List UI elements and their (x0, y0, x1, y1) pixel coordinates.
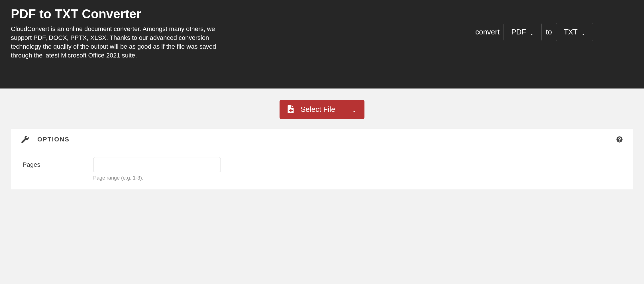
pages-input[interactable] (93, 157, 221, 172)
help-icon[interactable] (616, 136, 623, 143)
from-format-value: PDF (511, 28, 526, 36)
page-title: PDF to TXT Converter (11, 7, 227, 21)
chevron-down-icon (529, 30, 534, 34)
to-label: to (546, 28, 552, 36)
to-format-dropdown[interactable]: TXT (556, 23, 593, 41)
pages-label: Pages (23, 157, 93, 168)
pages-help-text: Page range (e.g. 1-3). (93, 175, 221, 181)
select-file-button[interactable]: Select File (280, 100, 364, 119)
chevron-down-icon (581, 30, 586, 34)
file-plus-icon (288, 105, 294, 113)
wrench-icon (21, 136, 29, 143)
option-row-pages: Pages Page range (e.g. 1-3). (23, 157, 621, 181)
hero-left: PDF to TXT Converter CloudConvert is an … (11, 7, 227, 60)
select-file-label: Select File (301, 105, 335, 114)
from-format-dropdown[interactable]: PDF (504, 23, 542, 41)
options-panel-header: OPTIONS (11, 129, 633, 150)
options-panel-body: Pages Page range (e.g. 1-3). (11, 150, 633, 190)
options-panel: OPTIONS Pages Page range (e.g. 1-3). (11, 129, 633, 190)
hero-section: PDF to TXT Converter CloudConvert is an … (0, 0, 644, 89)
options-title: OPTIONS (37, 136, 70, 143)
to-format-value: TXT (564, 28, 578, 36)
page-description: CloudConvert is an online document conve… (11, 25, 227, 60)
main-content: Select File OPTIONS (0, 89, 644, 190)
format-selector-group: convert PDF to TXT (475, 7, 633, 41)
select-file-row: Select File (11, 100, 633, 119)
chevron-down-icon (352, 107, 356, 112)
convert-label: convert (475, 28, 500, 36)
